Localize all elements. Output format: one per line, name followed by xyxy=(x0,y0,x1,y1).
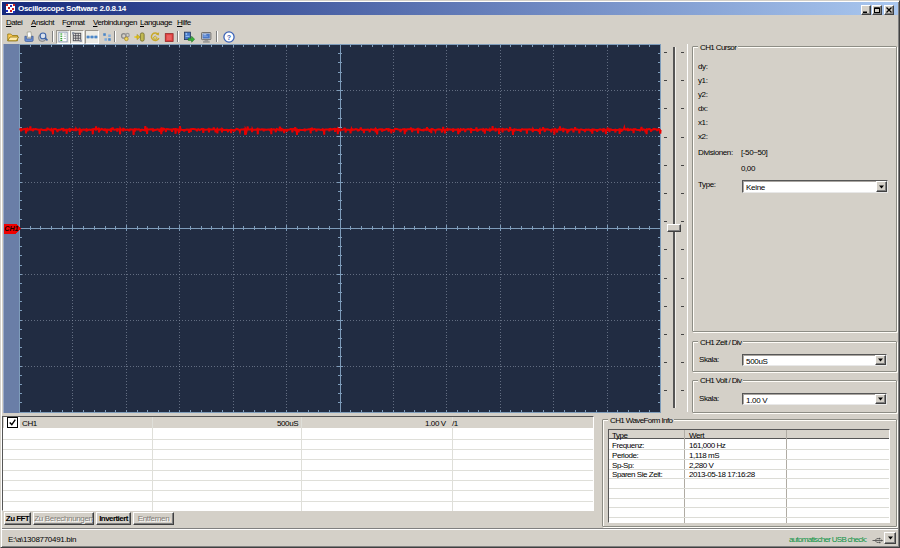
svg-text:CH1: CH1 xyxy=(4,224,18,233)
svg-text:?: ? xyxy=(227,34,231,42)
